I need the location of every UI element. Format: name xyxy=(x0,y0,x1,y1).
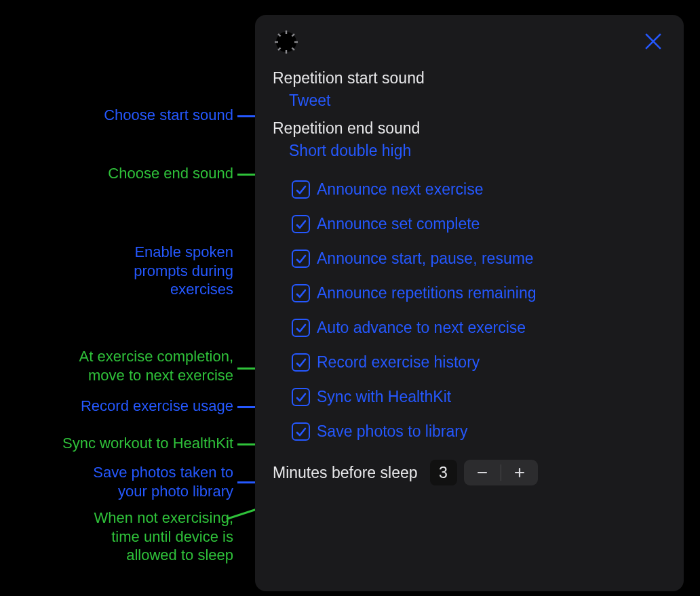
checkbox-announce-spr[interactable]: Announce start, pause, resume xyxy=(292,241,666,276)
checkbox-icon xyxy=(292,284,310,302)
annotation-layer: Choose start sound Choose end sound Enab… xyxy=(0,0,258,596)
start-sound-value[interactable]: Tweet xyxy=(289,92,330,110)
checkbox-sync-healthkit[interactable]: Sync with HealthKit xyxy=(292,380,666,414)
stepper-decrement[interactable] xyxy=(464,460,501,485)
checkbox-save-photos[interactable]: Save photos to library xyxy=(292,414,666,449)
checkbox-auto-advance[interactable]: Auto advance to next exercise xyxy=(292,311,666,345)
sleep-value: 3 xyxy=(430,460,457,485)
checkbox-icon xyxy=(292,319,310,337)
settings-panel: Repetition start sound Tweet Repetition … xyxy=(255,15,684,591)
annotation-start-sound: Choose start sound xyxy=(104,106,233,125)
annotation-spoken-prompts: Enable spoken prompts during exercises xyxy=(134,243,233,299)
checkbox-icon xyxy=(292,180,310,199)
checkbox-icon xyxy=(292,353,310,372)
checkbox-icon xyxy=(292,215,310,233)
end-sound-value[interactable]: Short double high xyxy=(289,142,411,160)
options-list: Announce next exercise Announce set comp… xyxy=(292,172,666,449)
checkbox-icon xyxy=(292,250,310,268)
annotation-line xyxy=(227,508,259,520)
annotation-save-photos: Save photos taken to your photo library xyxy=(93,463,233,500)
checkbox-icon xyxy=(292,422,310,441)
sleep-row: Minutes before sleep 3 xyxy=(273,460,666,485)
checkbox-label: Sync with HealthKit xyxy=(317,388,451,406)
sleep-label: Minutes before sleep xyxy=(273,464,418,482)
annotation-sync-healthkit: Sync workout to HealthKit xyxy=(62,434,233,453)
checkbox-label: Record exercise history xyxy=(317,353,480,372)
sleep-stepper xyxy=(464,460,538,485)
checkbox-label: Announce start, pause, resume xyxy=(317,250,534,268)
checkbox-label: Announce set complete xyxy=(317,215,480,233)
checkbox-announce-set[interactable]: Announce set complete xyxy=(292,207,666,241)
annotation-auto-advance: At exercise completion, move to next exe… xyxy=(79,347,233,384)
checkbox-label: Announce repetitions remaining xyxy=(317,284,536,302)
checkbox-announce-next[interactable]: Announce next exercise xyxy=(292,172,666,207)
checkbox-label: Save photos to library xyxy=(317,422,467,441)
checkbox-label: Announce next exercise xyxy=(317,180,484,199)
checkbox-record-history[interactable]: Record exercise history xyxy=(292,345,666,380)
end-sound-label: Repetition end sound xyxy=(273,119,666,138)
checkbox-icon xyxy=(292,388,310,406)
checkbox-announce-reps[interactable]: Announce repetitions remaining xyxy=(292,276,666,311)
annotation-record-history: Record exercise usage xyxy=(81,397,233,416)
close-button[interactable] xyxy=(643,31,663,52)
annotation-sleep: When not exercising, time until device i… xyxy=(94,509,233,565)
gear-icon xyxy=(273,28,300,56)
checkbox-label: Auto advance to next exercise xyxy=(317,319,526,337)
start-sound-label: Repetition start sound xyxy=(273,69,666,87)
panel-header xyxy=(273,28,666,69)
annotation-end-sound: Choose end sound xyxy=(108,164,233,183)
stepper-increment[interactable] xyxy=(501,460,538,485)
